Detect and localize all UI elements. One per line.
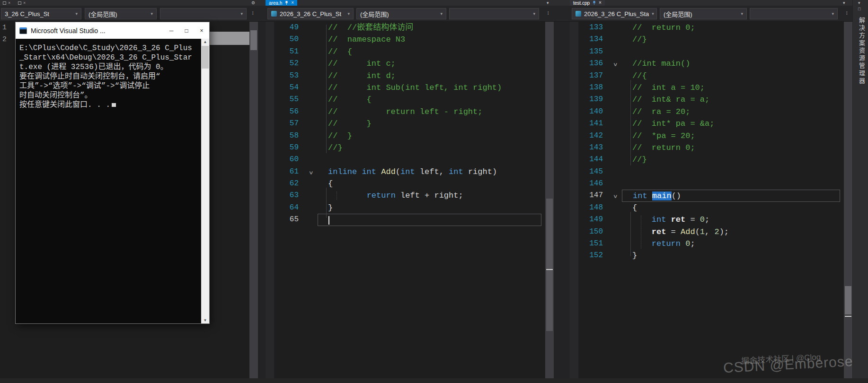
line-number[interactable]: 64 — [274, 202, 303, 214]
code-text[interactable] — [318, 154, 541, 165]
code-text[interactable]: // int d; — [318, 70, 541, 82]
code-line-60[interactable]: 60 — [266, 154, 545, 165]
code-line-141[interactable]: 141// int* pa = &a; — [570, 118, 844, 130]
code-text[interactable]: //{ — [622, 70, 840, 82]
scrollbar-right-pane[interactable] — [844, 22, 852, 378]
pin-icon[interactable] — [284, 0, 289, 5]
scroll-up-icon[interactable]: ▲ — [201, 40, 209, 44]
code-text[interactable]: // return 0; — [622, 142, 840, 154]
line-number[interactable]: 145 — [578, 166, 608, 178]
line-number[interactable]: 137 — [578, 70, 608, 82]
line-number[interactable]: 58 — [274, 130, 303, 142]
code-text[interactable]: inline int Add(int left, int right) — [318, 166, 541, 178]
fold-margin[interactable]: > — [608, 190, 622, 201]
code-text[interactable]: // ra = 20; — [622, 106, 840, 118]
line-number[interactable]: 62 — [274, 178, 303, 190]
code-line-151[interactable]: 151 return 0; — [570, 238, 844, 250]
line-number[interactable]: 1 — [0, 22, 8, 34]
code-line-150[interactable]: 150 ret = Add(1, 2); — [570, 226, 844, 238]
code-text[interactable] — [622, 166, 840, 178]
line-number[interactable]: 53 — [274, 70, 303, 82]
line-number[interactable]: 60 — [274, 154, 303, 165]
fold-margin[interactable]: > — [608, 58, 622, 70]
line-number[interactable]: 143 — [578, 142, 608, 154]
member-dropdown-right[interactable]: ▾ — [750, 8, 838, 19]
line-number[interactable]: 59 — [274, 142, 303, 154]
scrollbar-thumb[interactable] — [546, 199, 553, 331]
minimize-button[interactable]: ─ — [164, 22, 179, 39]
code-line-136[interactable]: 136>//int main() — [570, 58, 844, 70]
code-line-64[interactable]: 64} — [266, 202, 545, 214]
tab-test-cpp[interactable]: test.cpp × — [570, 0, 605, 6]
pane-splitter[interactable] — [554, 22, 570, 378]
code-text[interactable]: // *pa = 20; — [622, 130, 840, 142]
editor-pane-right[interactable]: 133// return 0;134//}135136>//int main()… — [570, 22, 844, 378]
line-number[interactable]: 133 — [578, 22, 608, 34]
close-icon[interactable]: × — [599, 0, 602, 5]
code-line-145[interactable]: 145 — [570, 166, 844, 178]
scrollbar-thumb[interactable] — [202, 46, 209, 69]
code-line-138[interactable]: 138// int a = 10; — [570, 82, 844, 94]
project-dropdown-left[interactable]: 3_26 C_Plus_St ▾ — [1, 8, 81, 19]
code-text[interactable]: // return 0; — [622, 22, 840, 34]
line-number[interactable]: 147 — [578, 190, 608, 201]
member-dropdown-left[interactable]: ▾ — [160, 8, 247, 19]
code-text[interactable] — [318, 214, 541, 226]
line-number[interactable]: 136 — [578, 58, 608, 70]
line-number[interactable]: 61 — [274, 166, 303, 178]
code-line-149[interactable]: 149 int ret = 0; — [570, 214, 844, 226]
code-text[interactable]: // namespace N3 — [318, 34, 541, 45]
code-text[interactable]: // int a = 10; — [622, 82, 840, 94]
code-line-58[interactable]: 58// } — [266, 130, 545, 142]
code-area-right[interactable]: 133// return 0;134//}135136>//int main()… — [570, 22, 844, 262]
line-number[interactable]: 57 — [274, 118, 303, 130]
code-text[interactable] — [622, 46, 840, 58]
code-line-51[interactable]: 51// { — [266, 46, 545, 58]
line-number[interactable]: 152 — [578, 250, 608, 261]
chevron-down-icon[interactable]: ▾ — [547, 0, 549, 5]
line-number[interactable]: 139 — [578, 94, 608, 105]
code-text[interactable]: ret = Add(1, 2); — [622, 226, 840, 238]
code-line-139[interactable]: 139// int& ra = a; — [570, 94, 844, 105]
console-scrollbar[interactable]: ▲ ▼ — [201, 39, 209, 323]
tab-area-h[interactable]: area.h × — [266, 0, 297, 6]
code-text[interactable]: return 0; — [622, 238, 840, 250]
code-text[interactable]: } — [318, 202, 541, 214]
line-number[interactable]: 56 — [274, 106, 303, 118]
code-line-56[interactable]: 56// return left - right; — [266, 106, 545, 118]
line-number[interactable]: 55 — [274, 94, 303, 105]
scrollbar-split-icon[interactable]: ↕ — [251, 9, 254, 16]
line-number[interactable]: 50 — [274, 34, 303, 45]
code-text[interactable]: int ret = 0; — [622, 214, 840, 226]
code-line-143[interactable]: 143// return 0; — [570, 142, 844, 154]
fold-chevron-icon[interactable]: > — [609, 63, 620, 66]
line-number[interactable]: 49 — [274, 22, 303, 34]
scope-dropdown-middle[interactable]: (全局范围) ▾ — [356, 8, 446, 19]
line-number[interactable]: 51 — [274, 46, 303, 58]
code-line-59[interactable]: 59//} — [266, 142, 545, 154]
member-dropdown-middle[interactable]: ▾ — [449, 8, 539, 19]
code-line-54[interactable]: 54// int Sub(int left, int right) — [266, 82, 545, 94]
code-line-137[interactable]: 137//{ — [570, 70, 844, 82]
line-number[interactable]: 149 — [578, 214, 608, 226]
line-number[interactable]: 138 — [578, 82, 608, 94]
close-button[interactable]: × — [194, 22, 209, 39]
code-line-53[interactable]: 53// int d; — [266, 70, 545, 82]
code-text[interactable]: { — [622, 202, 840, 214]
gear-icon[interactable]: ⚙ — [251, 0, 255, 5]
line-number[interactable]: 146 — [578, 178, 608, 190]
close-icon[interactable]: × — [23, 0, 26, 5]
code-text[interactable] — [622, 178, 840, 190]
code-line-144[interactable]: 144//} — [570, 154, 844, 165]
code-text[interactable]: // int* pa = &a; — [622, 118, 840, 130]
code-line-134[interactable]: 134//} — [570, 34, 844, 45]
scrollbar-thumb[interactable] — [250, 30, 257, 50]
editor-pane-middle[interactable]: 49// //嵌套结构体访问50// namespace N351// {52/… — [266, 22, 545, 378]
line-number[interactable]: 144 — [578, 154, 608, 165]
line-number[interactable]: 134 — [578, 34, 608, 45]
scrollbar-thumb[interactable] — [845, 286, 851, 314]
scrollbar-split-icon[interactable]: ↕ — [547, 9, 549, 16]
code-line-140[interactable]: 140// ra = 20; — [570, 106, 844, 118]
code-text[interactable]: // int Sub(int left, int right) — [318, 82, 541, 94]
code-line-52[interactable]: 52// int c; — [266, 58, 545, 70]
